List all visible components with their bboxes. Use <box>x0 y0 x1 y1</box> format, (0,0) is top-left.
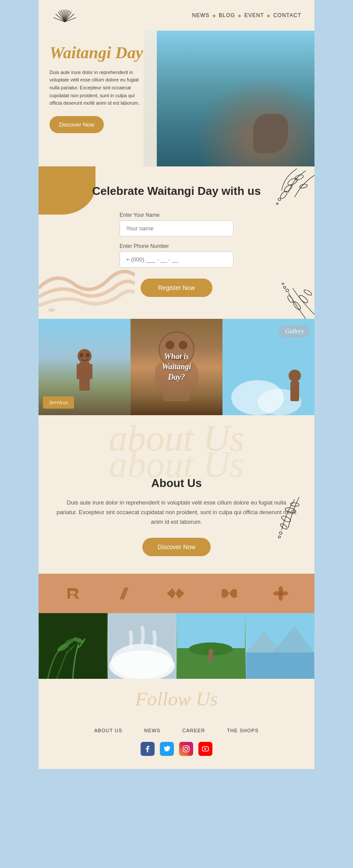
services-label[interactable]: Services <box>43 396 74 409</box>
sponsor-logo-1 <box>64 585 81 602</box>
phone-input[interactable] <box>120 251 233 268</box>
svg-marker-80 <box>205 748 207 750</box>
sponsor-logo-5 <box>272 585 289 602</box>
about-title: About Us <box>56 476 297 490</box>
svg-point-24 <box>287 295 294 303</box>
phone-form-group: Enter Phone Number <box>120 243 233 268</box>
nav-links: NEWS ◆ BLOG ◆ EVENT ◆ CONTACT <box>192 12 301 18</box>
about-discover-button[interactable]: Discover Now <box>142 538 211 556</box>
footer-nav: ABOUT US NEWS CAREER THE SHOPS <box>52 728 301 733</box>
name-input[interactable] <box>120 220 233 236</box>
register-bg: Celebrate Waitangi Day with us Enter You… <box>39 166 314 319</box>
gallery-cell-statue[interactable]: Services <box>39 319 131 415</box>
svg-marker-54 <box>176 588 184 599</box>
svg-point-33 <box>86 353 89 357</box>
svg-point-59 <box>279 591 283 596</box>
svg-point-78 <box>187 747 188 748</box>
footer-link-shops[interactable]: THE SHOPS <box>227 728 259 733</box>
photo-fern <box>39 613 108 679</box>
svg-point-26 <box>284 286 286 288</box>
nav-dot-2: ◆ <box>238 13 242 18</box>
gallery-cell-geothermal[interactable]: Gallery <box>222 319 314 415</box>
deco-leaves-bottom-right <box>236 258 314 319</box>
facebook-icon[interactable] <box>141 742 155 756</box>
fern-svg <box>39 613 108 679</box>
svg-point-27 <box>282 283 284 285</box>
gallery-label[interactable]: Gallery <box>279 325 310 338</box>
hero-discover-button[interactable]: Discover Now <box>49 116 104 133</box>
gallery-cell-carving[interactable]: What is Waitangi Day? <box>131 319 222 415</box>
lake-svg <box>246 613 315 679</box>
svg-point-32 <box>80 353 83 357</box>
svg-rect-71 <box>208 654 213 662</box>
nav-blog[interactable]: BLOG <box>219 12 235 18</box>
navbar: NEWS ◆ BLOG ◆ EVENT ◆ CONTACT <box>39 0 314 31</box>
nav-contact[interactable]: CONTACT <box>273 12 301 18</box>
sponsors-bar <box>39 574 314 613</box>
sponsor-logo-3 <box>165 585 187 602</box>
what-is-label: What is Waitangi Day? <box>154 352 200 382</box>
svg-point-19 <box>276 203 278 205</box>
svg-point-22 <box>292 300 302 311</box>
svg-point-14 <box>294 174 304 181</box>
footer-link-career[interactable]: CAREER <box>182 728 205 733</box>
svg-point-21 <box>298 294 309 304</box>
register-button[interactable]: Register Now <box>141 279 212 297</box>
nav-dot-3: ◆ <box>267 13 271 18</box>
site-logo[interactable] <box>52 4 78 26</box>
svg-point-20 <box>48 308 55 312</box>
youtube-icon[interactable] <box>198 742 212 756</box>
instagram-icon[interactable] <box>179 742 193 756</box>
svg-point-70 <box>208 649 213 654</box>
svg-marker-53 <box>167 588 176 599</box>
landscape-svg <box>176 613 246 679</box>
svg-point-43 <box>289 370 301 382</box>
footer: ABOUT US NEWS CAREER THE SHOPS <box>39 719 314 769</box>
phone-label: Enter Phone Number <box>120 243 233 249</box>
register-section: Celebrate Waitangi Day with us Enter You… <box>39 166 314 319</box>
svg-point-77 <box>185 748 188 751</box>
name-label: Enter Your Name <box>120 212 233 218</box>
sponsor-logo-4 <box>219 585 239 602</box>
hero-content: Waitangi Day Duis aute irure dolor in re… <box>39 31 157 166</box>
photo-landscape <box>176 613 246 679</box>
hero-description: Duis aute irure dolor in reprehenderit i… <box>49 69 146 107</box>
footer-link-news[interactable]: NEWS <box>144 728 160 733</box>
svg-rect-73 <box>246 653 314 679</box>
sponsor-logo-2 <box>114 585 132 602</box>
twitter-icon[interactable] <box>160 742 174 756</box>
about-description: Duis aute irure dolor in reprehenderit i… <box>56 498 297 527</box>
svg-rect-31 <box>87 364 92 379</box>
svg-point-28 <box>78 349 92 363</box>
social-icons <box>52 742 301 756</box>
follow-title: Follow Us <box>47 688 306 710</box>
nav-news[interactable]: NEWS <box>192 12 210 18</box>
footer-link-about[interactable]: ABOUT US <box>94 728 122 733</box>
svg-rect-30 <box>77 364 82 379</box>
about-section: about Us about Us About Us Duis aute iru… <box>39 415 314 574</box>
photo-steam <box>108 613 177 679</box>
register-title: Celebrate Waitangi Day with us <box>52 184 301 199</box>
svg-point-23 <box>303 289 312 296</box>
name-form-group: Enter Your Name <box>120 212 233 236</box>
gallery-row: Services What is Waitangi Day? <box>39 319 314 415</box>
maori-statue-svg <box>71 347 98 409</box>
svg-point-35 <box>166 341 174 349</box>
svg-point-36 <box>179 341 187 349</box>
photo-strip <box>39 613 314 679</box>
nav-event[interactable]: EVENT <box>244 12 264 18</box>
svg-point-25 <box>286 289 289 292</box>
steam-svg <box>108 613 177 679</box>
svg-rect-76 <box>183 746 189 752</box>
hero-title: Waitangi Day <box>49 44 146 62</box>
hero-section: Waitangi Day Duis aute irure dolor in re… <box>39 31 314 166</box>
svg-rect-44 <box>290 381 299 401</box>
photo-lake <box>246 613 315 679</box>
follow-section: Follow Us <box>39 679 314 719</box>
nav-dot-1: ◆ <box>212 13 216 18</box>
hero-image <box>144 31 314 166</box>
